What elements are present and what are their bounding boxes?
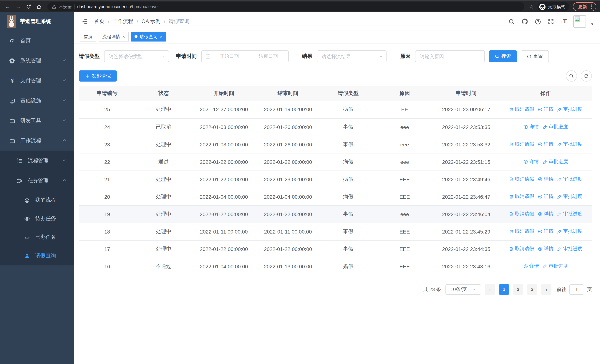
breadcrumb-item[interactable]: 首页 — [94, 18, 104, 25]
actions-cell: 详情审批进度 — [500, 118, 592, 136]
page-button-1[interactable]: 1 — [499, 284, 509, 295]
home-icon[interactable] — [35, 3, 43, 11]
forward-icon[interactable]: → — [14, 3, 22, 11]
approval-progress-link[interactable]: 审批进度 — [557, 176, 582, 183]
page-size-value: 10条/页 — [450, 286, 467, 293]
sidebar-item-workflow[interactable]: 工作流程 — [0, 131, 74, 151]
column-header: 原因 — [376, 86, 433, 101]
cancel-leave-link[interactable]: 取消请假 — [509, 176, 534, 183]
detail-link[interactable]: 详情 — [538, 193, 553, 200]
app-logo[interactable]: 芋道管理系统 — [0, 12, 74, 31]
approval-progress-link[interactable]: 审批进度 — [543, 263, 568, 270]
back-icon[interactable]: ← — [4, 3, 12, 11]
url-bar[interactable]: 不安全 dashboard.yudao.iocoder.cn/bpm/oa/le… — [47, 2, 525, 11]
app-title: 芋道管理系统 — [20, 18, 51, 25]
leave-type-select[interactable] — [104, 50, 169, 62]
detail-link[interactable]: 详情 — [538, 228, 553, 235]
approval-progress-link[interactable]: 审批进度 — [543, 124, 568, 130]
reload-icon[interactable] — [24, 3, 33, 11]
approval-progress-link[interactable]: 审批进度 — [557, 193, 582, 200]
table-cell: 病假 — [320, 101, 376, 118]
goto-page-input[interactable] — [569, 284, 584, 295]
detail-link[interactable]: 详情 — [538, 141, 553, 148]
avatar[interactable] — [573, 15, 586, 28]
table-search-toggle-icon[interactable] — [566, 70, 577, 82]
home-icon — [9, 38, 15, 44]
table-cell: 25 — [79, 101, 135, 118]
result-select-input[interactable] — [317, 51, 386, 62]
cancel-leave-link[interactable]: 取消请假 — [509, 141, 534, 148]
update-button[interactable]: 更新 — [573, 2, 596, 11]
sidebar-item-payment[interactable]: ¥支付管理 — [0, 71, 74, 91]
prev-page-button[interactable]: ‹ — [485, 284, 495, 295]
filter-bar: 请假类型 申请时间 开始日期 - 结束日期 结果 — [79, 50, 592, 62]
avatar-caret-icon[interactable]: ▼ — [590, 22, 594, 26]
help-icon[interactable] — [535, 18, 541, 25]
approval-progress-link[interactable]: 审批进度 — [557, 211, 582, 217]
apply-time-range-picker[interactable]: 开始日期 - 结束日期 — [201, 50, 289, 62]
detail-link[interactable]: 详情 — [524, 124, 539, 130]
breadcrumb-item[interactable]: OA 示例 — [141, 18, 161, 25]
approval-progress-link[interactable]: 审批进度 — [557, 246, 582, 252]
cancel-leave-link[interactable]: 取消请假 — [509, 246, 534, 252]
sidebar-item-devtools[interactable]: 研发工具 — [0, 111, 74, 131]
page-size-select[interactable]: 10条/页 — [445, 284, 481, 295]
sidebar-item-task-mgmt[interactable]: 任务管理 — [0, 171, 74, 191]
cancel-leave-link[interactable]: 取消请假 — [509, 211, 534, 217]
create-leave-button[interactable]: 发起请假 — [79, 70, 117, 82]
cancel-leave-link[interactable]: 取消请假 — [509, 193, 534, 200]
header-search-icon[interactable] — [508, 18, 515, 25]
breadcrumb-separator: / — [137, 19, 138, 24]
table-cell: 2022-01-26 00:00:00 — [256, 136, 320, 153]
close-icon[interactable]: × — [122, 35, 125, 39]
search-button[interactable]: 搜索 — [489, 50, 517, 62]
sidebar-item-process-mgmt[interactable]: 流程管理 — [0, 151, 74, 171]
close-icon[interactable]: × — [160, 35, 162, 39]
detail-link[interactable]: 详情 — [538, 176, 553, 183]
github-icon[interactable] — [521, 18, 528, 25]
tab-首页[interactable]: 首页 — [80, 32, 96, 42]
detail-link[interactable]: 详情 — [538, 211, 553, 217]
column-header: 状态 — [135, 86, 192, 101]
chevron-down-icon — [379, 54, 383, 59]
approval-progress-link[interactable]: 审批进度 — [543, 159, 568, 165]
approval-progress-link[interactable]: 审批进度 — [557, 228, 582, 235]
table-cell: 2022-01-26 00:00:00 — [256, 118, 320, 136]
sidebar-item-home[interactable]: 首页 — [0, 31, 74, 51]
browser-menu-icon[interactable] — [590, 3, 593, 10]
page-button-3[interactable]: 3 — [527, 284, 537, 295]
approval-progress-link[interactable]: 审批进度 — [557, 141, 582, 148]
next-page-button[interactable]: › — [541, 284, 552, 295]
breadcrumb-item[interactable]: 工作流程 — [113, 18, 133, 25]
date-end-placeholder[interactable]: 结束日期 — [252, 53, 285, 60]
table-refresh-icon[interactable] — [581, 70, 592, 82]
cancel-leave-link[interactable]: 取消请假 — [509, 228, 534, 235]
table-row: 23处理中2022-01-03 00:00:002022-01-26 00:00… — [79, 136, 592, 153]
sidebar-item-my-process[interactable]: 我的流程 — [0, 191, 74, 209]
sidebar-item-done-tasks[interactable]: 已办任务 — [0, 228, 74, 246]
detail-link[interactable]: 详情 — [538, 246, 553, 252]
sidebar-item-infra[interactable]: 基础设施 — [0, 91, 74, 111]
result-select[interactable] — [317, 50, 386, 62]
detail-link[interactable]: 详情 — [524, 263, 539, 270]
approval-progress-link[interactable]: 审批进度 — [557, 106, 582, 113]
bookmark-star-icon[interactable]: ☆ — [529, 4, 534, 10]
page-button-2[interactable]: 2 — [513, 284, 523, 295]
sidebar-item-todo-tasks[interactable]: 待办任务 — [0, 209, 74, 228]
detail-link[interactable]: 详情 — [524, 159, 539, 165]
table-header-row: 申请编号状态开始时间结束时间请假类型原因申请时间操作 — [79, 86, 592, 101]
tab-流程详情[interactable]: 流程详情× — [99, 32, 129, 42]
tab-请假查询[interactable]: 请假查询× — [131, 32, 166, 42]
cancel-leave-link[interactable]: 取消请假 — [509, 106, 534, 113]
sidebar-item-system[interactable]: 系统管理 — [0, 51, 74, 71]
reset-button[interactable]: 重置 — [521, 50, 549, 62]
sidebar-collapse-icon[interactable] — [82, 18, 88, 25]
sidebar-item-leave-query[interactable]: 请假查询 — [0, 246, 74, 265]
divider — [74, 4, 75, 9]
reason-input[interactable] — [415, 51, 484, 62]
fullscreen-icon[interactable] — [548, 18, 554, 25]
leave-type-select-input[interactable] — [104, 51, 169, 62]
detail-link[interactable]: 详情 — [538, 106, 553, 113]
date-start-placeholder[interactable]: 开始日期 — [213, 53, 246, 60]
font-size-icon[interactable]: TT — [561, 18, 567, 25]
